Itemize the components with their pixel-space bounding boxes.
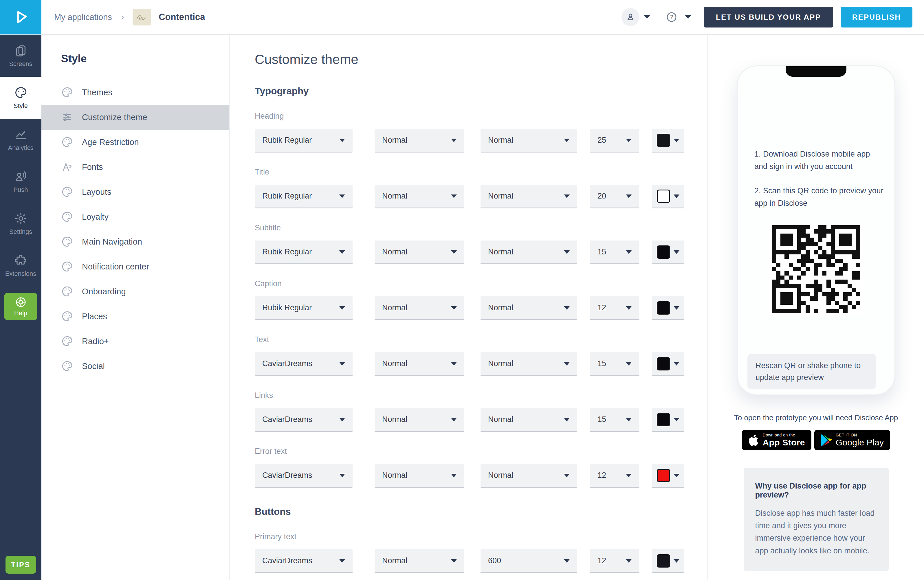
style-item-social[interactable]: Social [41,354,229,379]
palette-icon [61,236,73,248]
size-select[interactable]: 25 [590,129,639,153]
help-menu-button[interactable] [663,8,680,26]
weight-select[interactable]: Normal [481,464,577,488]
style-item-radio-plus[interactable]: Radio+ [41,329,229,354]
nav-item-extensions[interactable]: Extensions [0,245,41,287]
style-item-loyalty[interactable]: Loyalty [41,204,229,229]
font-select[interactable]: CaviarDreams [255,549,352,573]
app-store-badge[interactable]: Download on the App Store [742,430,811,450]
size-select[interactable]: 15 [590,241,639,264]
chevron-down-icon [674,138,679,142]
build-app-button[interactable]: LET US BUILD YOUR APP [704,7,833,28]
breadcrumb-my-applications[interactable]: My applications [54,12,112,22]
size-select[interactable]: 12 [590,464,639,488]
palette-icon [61,285,73,298]
style-select[interactable]: Normal [375,185,464,208]
weight-select[interactable]: Normal [481,129,577,153]
style-select[interactable]: Normal [375,549,464,573]
style-item-themes[interactable]: Themes [41,80,229,105]
breadcrumb: My applications › Contentica [54,9,205,25]
color-select[interactable] [652,185,684,208]
font-select[interactable]: CaviarDreams [255,464,352,488]
style-item-fonts[interactable]: Fonts [41,155,229,180]
app-thumbnail[interactable] [133,9,151,25]
style-item-notification-center[interactable]: Notification center [41,254,229,279]
nav-item-style[interactable]: Style [0,77,41,119]
field-label-title: Title [255,168,707,176]
preview-panel: 1. Download Disclose mobile app and sign… [708,35,924,580]
tips-button[interactable]: TIPS [5,556,36,573]
style-select[interactable]: Normal [375,352,464,376]
chevron-down-icon [674,559,679,563]
page-title: Customize theme [255,51,707,67]
color-select[interactable] [652,297,684,320]
field-label-error-text: Error text [255,447,707,456]
size-value: 25 [598,136,606,145]
style-item-layouts[interactable]: Layouts [41,180,229,204]
why-disclose-infobox: Why use Disclose app for app preview? Di… [744,468,889,571]
size-select[interactable]: 20 [590,185,639,208]
weight-select[interactable]: Normal [481,185,577,208]
size-select[interactable]: 15 [590,408,639,432]
style-value: Normal [382,415,407,424]
nav-item-push[interactable]: Push [0,161,41,203]
nav-item-screens[interactable]: Screens [0,35,41,77]
color-select[interactable] [652,241,684,264]
style-select[interactable]: Normal [375,297,464,320]
chevron-down-icon [564,559,570,563]
typography-row-subtitle: Rubik Regular Normal Normal 15 [255,241,707,264]
color-swatch [657,554,670,568]
nav-item-settings[interactable]: Settings [0,203,41,245]
style-item-main-navigation[interactable]: Main Navigation [41,229,229,254]
badge-line2: App Store [763,438,805,447]
size-select[interactable]: 12 [590,549,639,573]
weight-select[interactable]: Normal [481,352,577,376]
style-item-age-restriction[interactable]: Age Restriction [41,130,229,155]
size-select[interactable]: 12 [590,297,639,320]
weight-select[interactable]: 600 [481,549,577,573]
help-button[interactable]: Help [4,293,37,320]
weight-select[interactable]: Normal [481,297,577,320]
color-select[interactable] [652,408,684,432]
font-select[interactable]: Rubik Regular [255,297,352,320]
chevron-down-icon [626,250,632,254]
font-value: CaviarDreams [262,556,312,565]
color-select[interactable] [652,129,684,153]
customize-theme-panel: Customize theme Typography Heading Rubik… [229,35,708,580]
style-value: Normal [382,136,407,145]
chevron-down-icon [564,474,570,477]
style-item-customize-theme[interactable]: Customize theme [41,105,229,130]
font-select[interactable]: CaviarDreams [255,352,352,376]
nav-item-analytics[interactable]: Analytics [0,119,41,161]
nav-label: Screens [9,60,33,68]
style-select[interactable]: Normal [375,408,464,432]
weight-select[interactable]: Normal [481,408,577,432]
font-select[interactable]: Rubik Regular [255,129,352,153]
font-select[interactable]: CaviarDreams [255,408,352,432]
color-select[interactable] [652,549,684,573]
color-select[interactable] [652,352,684,376]
font-value: Rubik Regular [262,247,312,256]
color-select[interactable] [652,464,684,488]
screens-icon [14,44,28,57]
style-item-places[interactable]: Places [41,304,229,329]
nav-label: Push [13,186,28,194]
style-select[interactable]: Normal [375,129,464,153]
style-item-onboarding[interactable]: Onboarding [41,279,229,304]
profile-button[interactable] [621,8,639,26]
google-play-badge[interactable]: GET IT ON Google Play [814,430,890,450]
help-caret-icon[interactable] [685,15,691,19]
color-swatch [657,301,670,315]
style-select[interactable]: Normal [375,464,464,488]
prototype-note: To open the prototype you will need Disc… [708,413,924,422]
app-logo[interactable] [0,0,41,35]
font-select[interactable]: Rubik Regular [255,185,352,208]
topbar-actions: LET US BUILD YOUR APP REPUBLISH [621,7,912,28]
profile-caret-icon[interactable] [644,15,650,19]
chevron-down-icon [626,306,632,310]
font-select[interactable]: Rubik Regular [255,241,352,264]
size-select[interactable]: 15 [590,352,639,376]
weight-select[interactable]: Normal [481,241,577,264]
style-select[interactable]: Normal [375,241,464,264]
republish-button[interactable]: REPUBLISH [841,7,912,28]
